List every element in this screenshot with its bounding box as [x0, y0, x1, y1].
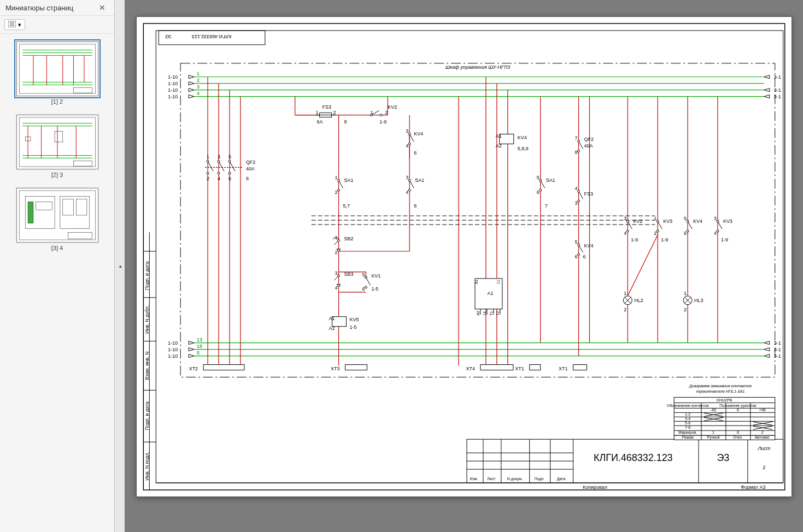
svg-point-235 — [687, 230, 689, 232]
svg-rect-257 — [345, 365, 367, 370]
svg-point-229 — [657, 230, 659, 232]
svg-point-206 — [577, 150, 579, 152]
svg-text:1: 1 — [335, 235, 337, 240]
svg-text:+60: +60 — [759, 408, 765, 412]
svg-text:Инв. N подл.: Инв. N подл. — [144, 452, 150, 481]
thumbnail-list: [1] 2 [2] 3 — [0, 34, 114, 532]
svg-text:Взам. инв. N: Взам. инв. N — [144, 351, 150, 380]
svg-point-170 — [337, 249, 339, 251]
svg-text:2: 2 — [684, 307, 687, 312]
bus-arrow — [189, 75, 194, 79]
svg-marker-66 — [189, 354, 194, 358]
svg-text:1-10: 1-10 — [168, 353, 178, 359]
comp-a1: A1 — [487, 291, 493, 296]
thumbnail-label: [1] 2 — [51, 98, 63, 105]
svg-line-250 — [628, 235, 658, 296]
svg-text:Лист: Лист — [487, 477, 496, 481]
svg-text:18: 18 — [197, 344, 202, 349]
bus-left-label: 1-10 — [168, 74, 178, 80]
svg-text:2: 2 — [335, 190, 337, 195]
svg-text:5: 5 — [575, 239, 577, 245]
comp-kv2: KV2 — [388, 104, 397, 110]
svg-point-211 — [577, 190, 579, 192]
doc-type-top: Э3 — [165, 34, 171, 39]
terminal-xt3: XT3 — [331, 366, 339, 371]
svg-text:KV4: KV4 — [517, 135, 526, 140]
svg-point-177 — [337, 285, 339, 287]
svg-rect-258 — [480, 365, 513, 370]
svg-point-112 — [228, 160, 230, 162]
svg-text:6: 6 — [228, 176, 231, 181]
svg-text:5: 5 — [684, 216, 687, 221]
svg-text:40A: 40A — [584, 143, 593, 149]
svg-text:4: 4 — [713, 230, 716, 236]
svg-point-161 — [539, 189, 541, 191]
svg-marker-67 — [764, 341, 769, 345]
svg-text:8: 8 — [245, 176, 248, 181]
svg-text:A1: A1 — [474, 279, 478, 284]
svg-text:5,7: 5,7 — [343, 203, 349, 209]
svg-text:1: 1 — [624, 291, 626, 296]
doc-type: Э3 — [717, 452, 729, 463]
svg-text:4: 4 — [575, 186, 577, 191]
comp-qf2: QF2 — [245, 159, 255, 165]
svg-point-239 — [716, 220, 718, 222]
thumbnail[interactable]: [2] 3 — [16, 115, 98, 178]
svg-rect-259 — [529, 365, 540, 370]
svg-marker-65 — [189, 348, 194, 351]
comp-fs3: FS3 — [322, 104, 331, 110]
svg-text:3-1: 3-1 — [773, 94, 781, 99]
svg-point-217 — [577, 253, 579, 256]
thumbnail[interactable]: [1] 2 — [16, 42, 98, 105]
svg-point-106 — [207, 160, 209, 162]
svg-text:A1: A1 — [329, 316, 335, 321]
comp-qf2r: QF2 — [584, 137, 593, 142]
svg-text:5: 5 — [362, 272, 365, 277]
svg-text:2: 2 — [207, 176, 209, 181]
svg-text:4: 4 — [197, 91, 200, 96]
close-icon[interactable]: ✕ — [96, 2, 109, 13]
svg-point-212 — [577, 200, 579, 202]
svg-point-223 — [626, 230, 629, 232]
comp-kv2c: KV2 — [633, 218, 642, 224]
svg-text:SA1: SA1 — [546, 178, 555, 183]
terminal-xt1b: XT1 — [559, 366, 567, 371]
thumbnail-image — [16, 115, 98, 169]
svg-text:3-1: 3-1 — [773, 347, 781, 352]
svg-text:2: 2 — [385, 110, 388, 115]
bus-right-label: 3-1 — [773, 74, 781, 80]
svg-text:Подп. и дата: Подп. и дата — [144, 401, 150, 430]
svg-text:6A: 6A — [316, 119, 323, 125]
sidebar-collapse-handle[interactable]: ◂ — [115, 0, 125, 532]
svg-text:2: 2 — [761, 430, 763, 434]
options-button[interactable]: ▾ — [4, 19, 25, 30]
svg-text:11: 11 — [496, 280, 500, 284]
cabinet-title: Шкаф управления ШУ-НГП3 — [445, 64, 509, 70]
svg-point-113 — [228, 172, 230, 174]
svg-line-111 — [229, 161, 235, 171]
svg-text:3-4: 3-4 — [685, 417, 690, 421]
document-viewer[interactable]: КЛГИ.468332.123 Э3 Шкаф управления ШУ-НГ… — [125, 0, 803, 532]
svg-text:4: 4 — [218, 176, 220, 181]
svg-point-107 — [207, 172, 209, 174]
thumbnail[interactable]: [3] 4 — [16, 188, 98, 251]
comp-hl2: HL2 — [634, 298, 643, 303]
svg-marker-69 — [764, 354, 769, 358]
svg-text:4: 4 — [406, 190, 408, 195]
svg-text:N докум.: N докум. — [507, 477, 522, 481]
svg-text:1: 1 — [684, 291, 687, 296]
comp-hl3: HL3 — [694, 298, 703, 303]
svg-text:1: 1 — [335, 175, 337, 180]
svg-text:6: 6 — [536, 190, 539, 195]
svg-text:Положение рукоятки: Положение рукоятки — [719, 404, 756, 408]
comp-kv4: KV4 — [414, 132, 423, 137]
svg-point-222 — [626, 220, 629, 222]
svg-text:7-8: 7-8 — [685, 425, 690, 429]
comp-sa1: SA1 — [344, 178, 353, 183]
terminal-xt2: XT2 — [189, 366, 197, 371]
svg-point-147 — [337, 179, 339, 181]
svg-point-154 — [408, 189, 411, 191]
svg-text:1-5: 1-5 — [371, 286, 378, 292]
svg-text:T1: T1 — [489, 311, 493, 315]
thumbnail-sidebar: Миниатюры страниц ✕ ▾ [1] 2 — [0, 0, 115, 532]
